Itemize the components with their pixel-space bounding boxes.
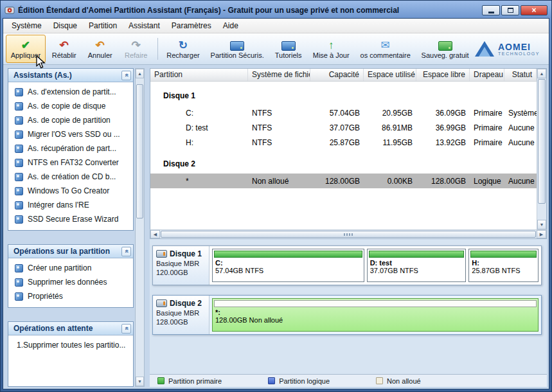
column-header-filesystem[interactable]: Système de fichier [248, 69, 310, 81]
titlebar[interactable]: Édition Étendard d'Aomei Partition Assis… [3, 3, 549, 18]
collapse-button[interactable]: « [121, 247, 131, 256]
column-header-partition[interactable]: Partition [150, 69, 248, 81]
legend-label: Partition logique [279, 377, 330, 385]
cell-flag: Logique [470, 177, 504, 186]
sidebar-item-partition-recovery[interactable]: As. récupération de part... [8, 141, 133, 156]
backup-drive-icon [438, 41, 452, 51]
sidebar-item-integrate-re[interactable]: Intégrer dans l'RE [8, 198, 133, 212]
pending-operation-item[interactable]: 1.Supprimer toutes les partitio... [8, 338, 133, 352]
disk2-unallocated-selected[interactable]: *: 128.00GB Non alloué [212, 298, 539, 332]
scroll-right-button[interactable]: ▶ [537, 230, 546, 238]
column-header-status[interactable]: Statut [504, 69, 537, 81]
disk1-label-box[interactable]: Disque 1 Basique MBR 120.00GB [153, 246, 209, 285]
cell-filesystem: Non alloué [248, 177, 310, 186]
secure-partition-button[interactable]: Partition Sécuris. [206, 35, 269, 63]
table-row-c[interactable]: C: NTFS 57.04GB 20.95GB 36.09GB Primaire… [150, 105, 537, 120]
disk1-card: Disque 1 Basique MBR 120.00GB C: 57.04GB… [152, 245, 542, 285]
legend-bar: Partition primaire Partition logique Non… [150, 374, 547, 387]
collapse-button[interactable]: « [121, 324, 131, 334]
disk-size: 128.00GB [156, 318, 206, 326]
scroll-track[interactable] [136, 78, 144, 377]
disk2-label-box[interactable]: Disque 2 Basique MBR 128.00GB [153, 296, 209, 334]
sidebar-item-windows-to-go[interactable]: Windows To Go Creator [8, 184, 133, 198]
sidebar-item-bootable-cd[interactable]: As. de création de CD b... [8, 170, 133, 184]
collapse-button[interactable]: « [121, 71, 131, 80]
reload-button[interactable]: ↻ Recharger [162, 35, 205, 63]
disk1-partition-h[interactable]: H: 25.87GB NTFS [468, 249, 539, 282]
menu-partition[interactable]: Partition [83, 19, 123, 32]
sidebar-item-extend-partition-wizard[interactable]: As. d'extension de partit... [8, 85, 133, 99]
feedback-button[interactable]: ✉ os commentaire [355, 35, 415, 63]
cell-flag: Primaire [470, 138, 504, 147]
free-backup-button[interactable]: Sauveg. gratuit [416, 35, 474, 63]
partition-info: 128.00GB Non alloué [213, 316, 538, 324]
toolbar: ✔ Appliquer ↶ Rétablir ↶ Annuler ↷ Refai… [3, 33, 549, 65]
sidebar-item-disk-copy-wizard[interactable]: As. de copie de disque [8, 99, 133, 113]
primary-partition-bar [214, 251, 362, 258]
unallocated-swatch-icon [376, 377, 383, 384]
scroll-up-button[interactable]: ▲ [537, 69, 546, 78]
apply-button[interactable]: ✔ Appliquer [6, 35, 46, 63]
column-header-capacity[interactable]: Capacité [310, 69, 364, 81]
disk2-group-label[interactable]: Disque 2 [150, 150, 537, 174]
sidebar-item-partition-copy-wizard[interactable]: As. de copie de partition [8, 113, 133, 127]
scroll-up-button[interactable]: ▲ [136, 69, 144, 78]
scroll-down-button[interactable]: ▼ [537, 220, 546, 229]
sidebar-item-migrate-os[interactable]: Migrer l'OS vers SSD ou ... [8, 127, 133, 141]
table-row-d[interactable]: D: test NTFS 37.07GB 86.91MB 36.99GB Pri… [150, 120, 537, 135]
scroll-thumb[interactable] [161, 231, 536, 238]
scroll-left-button[interactable]: ◀ [150, 230, 160, 238]
sidebar-item-wipe-data[interactable]: Supprimer les données [8, 275, 133, 289]
aomei-logo-icon [475, 41, 494, 57]
scroll-track[interactable] [538, 78, 546, 220]
scroll-down-button[interactable]: ▼ [136, 377, 144, 386]
secure-drive-icon [230, 41, 244, 51]
maximize-button[interactable] [501, 5, 519, 15]
column-header-flag[interactable]: Drapeau [470, 69, 504, 81]
legend-primary: Partition primaire [157, 377, 222, 385]
cell-capacity: 57.04GB [310, 109, 364, 118]
item-label: Créer une partition [28, 263, 91, 272]
sidebar-scrollbar[interactable]: ▲ ▼ [135, 68, 145, 387]
scroll-thumb[interactable] [538, 79, 546, 204]
cell-flag: Primaire [470, 109, 504, 118]
table-header: Partition Système de fichier Capacité Es… [150, 69, 537, 82]
update-arrow-icon: ↑ [328, 39, 334, 51]
cell-used: 20.95GB [364, 109, 416, 118]
disk1-group-label[interactable]: Disque 1 [150, 82, 537, 105]
disk2-card: Disque 2 Basique MBR 128.00GB *: 128.00G… [152, 295, 542, 335]
cell-partition: C: [150, 109, 248, 118]
redo-button[interactable]: ↷ Refaire [119, 35, 154, 63]
tutorials-button[interactable]: Tutoriels [270, 35, 307, 63]
undo-button[interactable]: ↶ Annuler [83, 35, 118, 63]
column-header-used[interactable]: Espace utilisé [364, 69, 416, 81]
menu-systeme[interactable]: Système [6, 19, 48, 32]
minimize-button[interactable] [482, 5, 500, 15]
wizards-panel-header[interactable]: Assistants (As.) « [8, 69, 133, 82]
close-button[interactable]: × [521, 5, 548, 15]
sidebar-item-ntfs-fat32-converter[interactable]: NTFS en FAT32 Converter [8, 156, 133, 170]
sidebar-item-create-partition[interactable]: Créer une partition [8, 261, 133, 275]
disk1-partition-c[interactable]: C: 57.04GB NTFS [212, 249, 364, 282]
disk1-partition-d[interactable]: D: test 37.07GB NTFS [367, 249, 467, 282]
menu-aide[interactable]: Aide [217, 19, 244, 32]
menu-disque[interactable]: Disque [48, 19, 83, 32]
sidebar-item-properties[interactable]: Propriétés [8, 289, 133, 303]
discard-button[interactable]: ↶ Rétablir [47, 35, 82, 63]
pending-ops-header[interactable]: Opérations en attente « [8, 322, 133, 335]
sidebar-item-ssd-secure-erase[interactable]: SSD Secure Erase Wizard [8, 212, 133, 226]
partition-label: H: [469, 258, 538, 267]
update-button[interactable]: ↑ Mise à Jour [308, 35, 354, 63]
column-header-free[interactable]: Espace libre [416, 69, 470, 81]
table-vertical-scrollbar[interactable]: ▲ ▼ [537, 69, 546, 229]
table-horizontal-scrollbar[interactable]: ◀ ▶ [150, 229, 547, 239]
table-row-unallocated-selected[interactable]: * Non alloué 128.00GB 0.00KB 128.00GB Lo… [150, 174, 537, 188]
menu-assistant[interactable]: Assistant [123, 19, 166, 32]
table-row-h[interactable]: H: NTFS 25.87GB 11.95GB 13.92GB Primaire… [150, 135, 537, 150]
feedback-label: os commentaire [361, 51, 411, 59]
partition-ops-header[interactable]: Opérations sur la partition « [8, 245, 133, 258]
cell-partition: H: [150, 138, 248, 147]
menu-parametres[interactable]: Paramètres [166, 19, 217, 32]
scroll-thumb[interactable] [136, 84, 143, 218]
cell-filesystem: NTFS [248, 138, 310, 147]
